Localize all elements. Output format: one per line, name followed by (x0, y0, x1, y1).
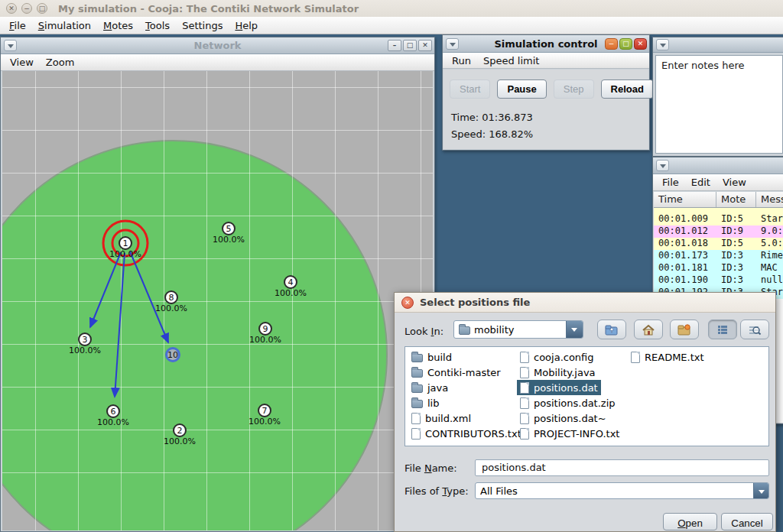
close-icon[interactable] (418, 40, 432, 51)
menu-run[interactable]: Run (446, 54, 477, 68)
menu-view[interactable]: View (4, 55, 40, 70)
mote-3[interactable]: 3 (78, 332, 92, 346)
log-row[interactable]: 00:01.018 ID:5 5.0: (654, 238, 783, 250)
close-icon[interactable] (634, 38, 647, 50)
mote-id: 1 (123, 238, 128, 248)
file-item[interactable]: java (408, 380, 451, 395)
cooja-app: My simulation - Cooja: The Contiki Netwo… (0, 0, 783, 532)
log-row[interactable] (654, 208, 783, 213)
pause-button[interactable]: Pause (497, 79, 546, 99)
menu-settings[interactable]: Settings (176, 18, 229, 33)
mote-8-ratio: 100.0% (155, 303, 187, 313)
file-item[interactable]: PROJECT-INFO.txt (517, 426, 622, 441)
file-name-input[interactable]: positions.dat (475, 459, 769, 476)
menu-speed-limit[interactable]: Speed limit (477, 54, 545, 68)
home-button[interactable] (634, 320, 663, 339)
col-mote[interactable]: Mote (716, 192, 756, 207)
new-folder-button[interactable] (670, 320, 699, 339)
log-row[interactable]: 00:01.181 ID:3 MAC 0 (654, 262, 783, 274)
maximize-icon[interactable] (403, 40, 417, 51)
file-list[interactable]: build Contiki-master java lib build.xml … (404, 346, 769, 446)
file-item[interactable]: positions.dat~ (517, 410, 609, 426)
file-item[interactable]: Mobility.java (517, 365, 599, 380)
collapse-icon[interactable] (656, 39, 669, 50)
menu-file[interactable]: File (656, 175, 685, 190)
mote-2[interactable]: 2 (173, 423, 187, 437)
mote-6[interactable]: 6 (106, 404, 120, 418)
maximize-icon[interactable] (619, 38, 632, 50)
step-button[interactable]: Step (554, 79, 594, 99)
reload-button[interactable]: Reload (601, 79, 654, 99)
mote-1-ratio: 100.0% (109, 249, 141, 259)
network-title: Network (1, 40, 434, 51)
up-folder-button[interactable] (597, 320, 626, 339)
mote-10-selected[interactable]: 10 (165, 347, 180, 362)
file-item[interactable]: build (408, 349, 455, 365)
file-item[interactable]: lib (408, 395, 442, 410)
main-menubar: File Simulation Motes Tools Settings Hel… (0, 17, 783, 34)
start-button[interactable]: Start (450, 79, 490, 99)
folder-icon (459, 326, 470, 335)
open-button[interactable]: Open (663, 513, 717, 530)
mote-7[interactable]: 7 (258, 404, 271, 417)
file-item[interactable]: README.txt (628, 349, 707, 365)
file-item[interactable]: positions.dat.zip (517, 395, 619, 410)
mote-5[interactable]: 5 (222, 222, 236, 235)
list-view-button[interactable] (708, 320, 737, 339)
mote-id: 2 (177, 426, 183, 436)
chevron-down-icon[interactable] (566, 321, 583, 338)
close-icon[interactable] (401, 297, 414, 309)
menu-file[interactable]: File (3, 18, 32, 33)
menu-help[interactable]: Help (229, 18, 264, 33)
network-titlebar[interactable]: Network (1, 37, 434, 54)
file-icon (520, 367, 529, 378)
cancel-button[interactable]: Cancel (721, 513, 773, 530)
minimize-icon[interactable] (605, 38, 618, 50)
mote-1[interactable]: 1 (119, 236, 132, 250)
restore-icon[interactable] (37, 3, 47, 14)
log-menubar: File Edit View (653, 174, 783, 191)
home-icon (642, 324, 655, 336)
log-row[interactable]: 00:01.190 ID:3 nulls (654, 274, 783, 287)
files-of-type-combobox[interactable]: All Files (475, 482, 769, 499)
minimize-icon[interactable] (21, 3, 32, 14)
log-titlebar[interactable] (653, 157, 783, 174)
transmissions-overlay (2, 71, 433, 530)
notes-input[interactable]: Enter notes here (655, 55, 783, 154)
collapse-icon[interactable] (4, 40, 17, 51)
menu-edit[interactable]: Edit (685, 175, 716, 190)
menu-tools[interactable]: Tools (139, 18, 176, 33)
mote-4[interactable]: 4 (284, 275, 297, 289)
log-row[interactable]: 00:01.173 ID:3 Rime (654, 250, 783, 262)
select-positions-file-dialog: Select positions file Look In: mobility (394, 292, 776, 532)
menu-zoom[interactable]: Zoom (40, 55, 80, 70)
mote-9[interactable]: 9 (258, 322, 272, 336)
notes-titlebar[interactable] (653, 37, 783, 53)
menu-motes[interactable]: Motes (97, 18, 139, 33)
file-item[interactable]: Contiki-master (408, 365, 504, 380)
chevron-down-icon[interactable] (753, 483, 768, 498)
dialog-titlebar[interactable]: Select positions file (395, 293, 775, 313)
simcontrol-titlebar[interactable]: Simulation control (443, 35, 649, 53)
mote-8[interactable]: 8 (164, 290, 178, 304)
log-row[interactable]: 00:01.009 ID:5 Start (654, 213, 783, 225)
file-item-selected[interactable]: positions.dat (517, 380, 601, 395)
col-message[interactable]: Message (756, 192, 783, 207)
details-view-button[interactable] (740, 320, 769, 339)
simcontrol-menubar: Run Speed limit (443, 53, 649, 69)
close-icon[interactable] (6, 3, 17, 14)
collapse-icon[interactable] (446, 38, 459, 50)
file-item[interactable]: cooja.config (517, 349, 597, 365)
col-time[interactable]: Time (654, 192, 716, 207)
network-canvas[interactable]: 1 100.0% 5 100.0% 4 100.0% 8 100.0% 9 10… (2, 71, 433, 530)
menu-simulation[interactable]: Simulation (32, 18, 97, 33)
notes-window: Enter notes here (652, 37, 783, 157)
file-item[interactable]: CONTRIBUTORS.txt (408, 426, 525, 441)
look-in-combobox[interactable]: mobility (453, 320, 583, 339)
file-item[interactable]: build.xml (408, 410, 474, 426)
minimize-icon[interactable] (388, 40, 401, 51)
file-icon (520, 397, 529, 409)
collapse-icon[interactable] (656, 160, 669, 171)
menu-view[interactable]: View (716, 175, 752, 190)
log-row[interactable]: 00:01.012 ID:9 9.0: (654, 225, 783, 238)
